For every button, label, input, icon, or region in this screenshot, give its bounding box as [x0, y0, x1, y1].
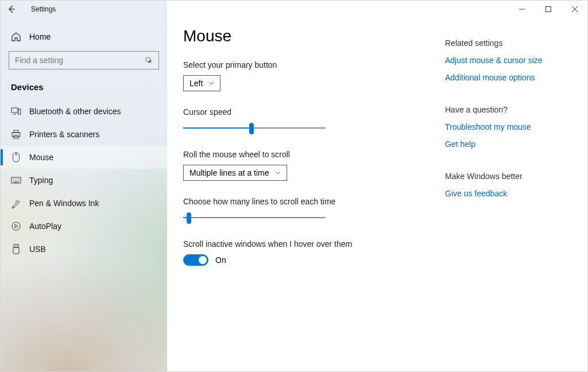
home-icon: [11, 32, 21, 42]
related-heading: Related settings: [445, 38, 571, 48]
primary-button-dropdown[interactable]: Left: [183, 75, 220, 91]
cursor-speed-slider[interactable]: [183, 122, 326, 134]
inactive-scroll-state: On: [215, 255, 226, 265]
search-input[interactable]: [9, 51, 159, 69]
sidebar-item-label: Printers & scanners: [29, 130, 99, 139]
scroll-mode-label: Roll the mouse wheel to scroll: [183, 150, 428, 159]
sidebar-item-bluetooth[interactable]: Bluetooth & other devices: [1, 100, 167, 123]
lines-slider[interactable]: [183, 212, 326, 223]
search-icon: [145, 56, 153, 64]
main-content: Mouse Select your primary button Left Cu…: [167, 1, 587, 371]
sidebar-item-typing[interactable]: Typing: [1, 169, 167, 192]
question-heading: Have a question?: [445, 105, 571, 114]
devices-icon: [11, 106, 21, 117]
slider-fill: [183, 127, 252, 129]
related-panel: Related settings Adjust mouse & cursor s…: [445, 27, 571, 358]
link-additional-options[interactable]: Additional mouse options: [445, 73, 571, 82]
primary-button-value: Left: [189, 79, 203, 88]
link-adjust-cursor[interactable]: Adjust mouse & cursor size: [445, 56, 571, 65]
sidebar-item-usb[interactable]: USB: [1, 238, 167, 261]
window-controls: [509, 0, 588, 18]
slider-track: [183, 217, 326, 218]
link-troubleshoot[interactable]: Troubleshoot my mouse: [445, 122, 571, 131]
sidebar-item-label: Typing: [29, 176, 53, 185]
sidebar-item-label: Bluetooth & other devices: [29, 107, 121, 116]
sidebar-item-pen[interactable]: Pen & Windows Ink: [1, 192, 167, 215]
close-button[interactable]: [562, 0, 588, 18]
sidebar-item-label: USB: [29, 245, 46, 254]
keyboard-icon: [11, 175, 21, 185]
sidebar-home-label: Home: [29, 32, 51, 41]
maximize-button[interactable]: [535, 0, 562, 18]
maximize-icon: [546, 6, 551, 12]
slider-thumb[interactable]: [249, 123, 254, 134]
window-title: Settings: [31, 5, 56, 13]
chevron-down-icon: [275, 171, 281, 175]
settings-content: Mouse Select your primary button Left Cu…: [183, 27, 445, 358]
sidebar-item-label: AutoPlay: [29, 222, 61, 231]
toggle-knob: [199, 256, 207, 264]
better-heading: Make Windows better: [445, 172, 571, 181]
sidebar-item-printers[interactable]: Printers & scanners: [1, 123, 167, 146]
svg-rect-11: [13, 247, 19, 254]
svg-rect-10: [14, 245, 18, 247]
arrow-left-icon: [7, 5, 16, 14]
inactive-scroll-label: Scroll inactive windows when I hover ove…: [183, 239, 428, 249]
link-feedback[interactable]: Give us feedback: [445, 189, 571, 198]
search-field[interactable]: [15, 56, 145, 65]
cursor-speed-label: Cursor speed: [183, 107, 428, 117]
usb-icon: [11, 244, 21, 254]
mouse-icon: [11, 152, 21, 162]
svg-point-9: [12, 222, 20, 230]
sidebar-item-mouse[interactable]: Mouse: [1, 146, 167, 169]
lines-label: Choose how many lines to scroll each tim…: [183, 197, 428, 206]
svg-rect-3: [18, 109, 21, 114]
sidebar-home[interactable]: Home: [1, 26, 167, 48]
primary-button-label: Select your primary button: [183, 60, 428, 69]
svg-point-1: [146, 57, 150, 62]
scroll-mode-dropdown[interactable]: Multiple lines at a time: [183, 165, 287, 181]
minimize-icon: [519, 6, 525, 12]
page-heading: Mouse: [183, 27, 428, 45]
chevron-down-icon: [208, 82, 214, 85]
svg-rect-2: [11, 108, 18, 113]
svg-rect-0: [546, 7, 551, 12]
close-icon: [572, 6, 578, 12]
back-button[interactable]: [0, 0, 23, 18]
scroll-mode-value: Multiple lines at a time: [189, 168, 269, 177]
slider-thumb[interactable]: [187, 212, 191, 224]
link-help[interactable]: Get help: [445, 140, 571, 149]
sidebar-item-autoplay[interactable]: AutoPlay: [1, 215, 167, 238]
minimize-button[interactable]: [509, 0, 535, 18]
printer-icon: [11, 129, 21, 140]
sidebar-section-label: Devices: [1, 80, 167, 100]
inactive-scroll-toggle[interactable]: [183, 254, 208, 266]
pen-icon: [11, 198, 21, 208]
autoplay-icon: [11, 221, 21, 231]
titlebar: Settings: [0, 0, 588, 18]
svg-rect-5: [14, 130, 18, 133]
sidebar-item-label: Pen & Windows Ink: [29, 199, 99, 208]
sidebar: Home Devices Bluetooth & other devices P…: [1, 1, 167, 371]
svg-rect-4: [12, 133, 20, 137]
sidebar-item-label: Mouse: [29, 153, 53, 162]
